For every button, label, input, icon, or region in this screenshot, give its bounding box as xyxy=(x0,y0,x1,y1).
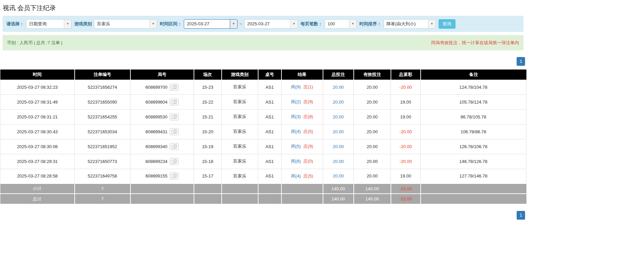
cell-time: 2025-03-27 08:30:08 xyxy=(0,139,75,154)
total-empty-cell xyxy=(222,194,258,204)
cell-session: 15-17 xyxy=(194,169,222,184)
chevron-down-icon[interactable]: ▼ xyxy=(428,20,436,28)
total-count: 7 xyxy=(75,194,130,204)
page-button-1[interactable]: 1 xyxy=(517,57,525,66)
sort-label: 时间排序： xyxy=(360,21,381,27)
table-row: 2025-03-27 08:28:58 522371649758 6086991… xyxy=(0,169,526,184)
result-cards-icon[interactable] xyxy=(170,113,179,120)
query-type-select[interactable]: 日期查询 ▼ xyxy=(26,19,72,29)
cell-table-no: AS1 xyxy=(258,154,281,169)
total-bet-link[interactable]: 20.00 xyxy=(333,129,344,134)
cell-payout: -20.00 xyxy=(391,139,421,154)
chevron-down-icon[interactable]: ▼ xyxy=(149,20,157,28)
game-type-group: 游戏类别 百家乐 ▼ xyxy=(74,19,157,29)
table-row: 2025-03-27 08:30:08 522371651952 6086993… xyxy=(0,139,526,154)
result-cards-icon[interactable] xyxy=(170,99,179,106)
total-bet-link[interactable]: 20.00 xyxy=(333,114,344,119)
total-bet-link[interactable]: 20.00 xyxy=(333,100,344,105)
page-size-group: 每页笔数： 100 ▼ xyxy=(301,19,357,29)
chevron-down-icon[interactable]: ▼ xyxy=(349,20,356,28)
page-size-label: 每页笔数： xyxy=(301,21,323,27)
cell-total-bet: 20.00 xyxy=(323,154,354,169)
table-row: 2025-03-27 08:31:49 522371655090 6086996… xyxy=(0,94,526,109)
cell-valid-bet: 20.00 xyxy=(354,154,391,169)
cell-table-no: AS1 xyxy=(258,124,281,139)
total-bet-link[interactable]: 20.00 xyxy=(333,85,344,90)
currency-total-summary: 币别 : 人民币 | 总共 :7 注单 | xyxy=(7,40,63,46)
cell-payout: 19.00 xyxy=(391,94,421,109)
sort-value: 降幂(由大到小) xyxy=(384,20,428,28)
result-banker: 庄(5) xyxy=(303,173,313,178)
total-empty-cell xyxy=(130,194,194,204)
subtotal-valid-bet: 140.00 xyxy=(354,184,391,194)
chevron-down-icon[interactable]: ▼ xyxy=(290,20,298,28)
cell-valid-bet: 20.00 xyxy=(354,80,391,94)
total-bet-link[interactable]: 20.00 xyxy=(333,173,344,178)
result-cards-icon[interactable] xyxy=(170,158,179,165)
subtotal-label: 小计 xyxy=(0,184,75,194)
cell-table-no: AS1 xyxy=(258,139,281,154)
result-cards-icon[interactable] xyxy=(170,172,179,180)
cell-total-bet: 20.00 xyxy=(323,94,354,109)
cell-bet-id: 522371655090 xyxy=(75,94,130,109)
cell-total-bet: 20.00 xyxy=(323,109,354,124)
result-cards-icon[interactable] xyxy=(170,128,179,135)
table-row: 2025-03-27 08:32:23 522371656274 6086997… xyxy=(0,80,526,94)
result-player: 闲(4) xyxy=(291,129,301,134)
cell-round: 608699340 xyxy=(130,139,194,154)
page-size-select[interactable]: 100 ▼ xyxy=(325,19,357,29)
page-button-1[interactable]: 1 xyxy=(517,211,525,220)
cell-table-no: AS1 xyxy=(258,80,281,94)
round-number: 608699234 xyxy=(145,159,167,164)
total-valid-bet: 140.00 xyxy=(354,194,391,204)
total-bet-link[interactable]: 20.00 xyxy=(333,159,344,164)
cell-round: 608699530 xyxy=(130,109,194,124)
cell-table-no: AS1 xyxy=(258,94,281,109)
date-range-group: 时间区间： 2025-03-27 ▼ ~ 2025-03-27 ▼ xyxy=(160,19,298,29)
cell-total-bet: 20.00 xyxy=(323,139,354,154)
cell-game-type: 百家乐 xyxy=(222,169,258,184)
cell-time: 2025-03-27 08:29:31 xyxy=(0,154,75,169)
query-type-value: 日期查询 xyxy=(26,20,64,28)
total-empty-cell xyxy=(258,194,281,204)
total-bet-link[interactable]: 20.00 xyxy=(333,144,344,149)
cell-game-type: 百家乐 xyxy=(222,94,258,109)
cell-result: 闲(5) 庄(9) xyxy=(281,139,323,154)
cell-time: 2025-03-27 08:31:49 xyxy=(0,94,75,109)
chevron-down-icon[interactable]: ▼ xyxy=(230,20,237,28)
pagination-top: 1 xyxy=(0,57,526,66)
cell-payout: 19.00 xyxy=(391,169,421,184)
round-number: 608699604 xyxy=(145,100,167,105)
bet-records-table: 时间 注单编号 局号 场次 游戏类别 桌号 结果 总投注 有效投注 总派彩 备注… xyxy=(0,70,526,204)
cell-bet-id: 522371654255 xyxy=(75,109,130,124)
header-remark: 备注 xyxy=(421,70,526,80)
date-to-select[interactable]: 2025-03-27 ▼ xyxy=(244,19,298,29)
page-container: 视讯 会员下注纪录 请选择： 日期查询 ▼ 游戏类别 百家乐 ▼ 时间区间： 2… xyxy=(0,0,526,225)
result-cards-icon[interactable] xyxy=(170,143,179,150)
subtotal-empty-cell xyxy=(130,184,194,194)
cell-time: 2025-03-27 08:30:43 xyxy=(0,124,75,139)
search-button[interactable]: 查询 xyxy=(439,19,455,29)
cell-result: 闲(3) 庄(8) xyxy=(281,109,323,124)
game-type-select[interactable]: 百家乐 ▼ xyxy=(94,19,157,29)
subtotal-payout: -23.00 xyxy=(391,184,421,194)
header-payout: 总派彩 xyxy=(391,70,421,80)
date-from-select[interactable]: 2025-03-27 ▼ xyxy=(184,19,238,29)
header-valid-bet: 有效投注 xyxy=(354,70,391,80)
round-number: 608699340 xyxy=(145,144,167,149)
total-empty-cell xyxy=(281,194,323,204)
cell-total-bet: 20.00 xyxy=(323,124,354,139)
round-number: 608699155 xyxy=(145,173,167,178)
total-label: 总计 xyxy=(0,194,75,204)
sort-select[interactable]: 降幂(由大到小) ▼ xyxy=(383,19,436,29)
date-to-value: 2025-03-27 xyxy=(245,20,290,28)
result-banker: 庄(1) xyxy=(303,84,313,89)
result-cards-icon[interactable] xyxy=(170,84,179,91)
cell-valid-bet: 20.00 xyxy=(354,109,391,124)
cell-payout: 19.00 xyxy=(391,109,421,124)
cell-bet-id: 522371656274 xyxy=(75,80,130,94)
cell-session: 15-18 xyxy=(194,154,222,169)
cell-remark: 124.78/104.78 xyxy=(421,80,526,94)
date-range-separator: ~ xyxy=(240,21,242,26)
chevron-down-icon[interactable]: ▼ xyxy=(64,20,71,28)
